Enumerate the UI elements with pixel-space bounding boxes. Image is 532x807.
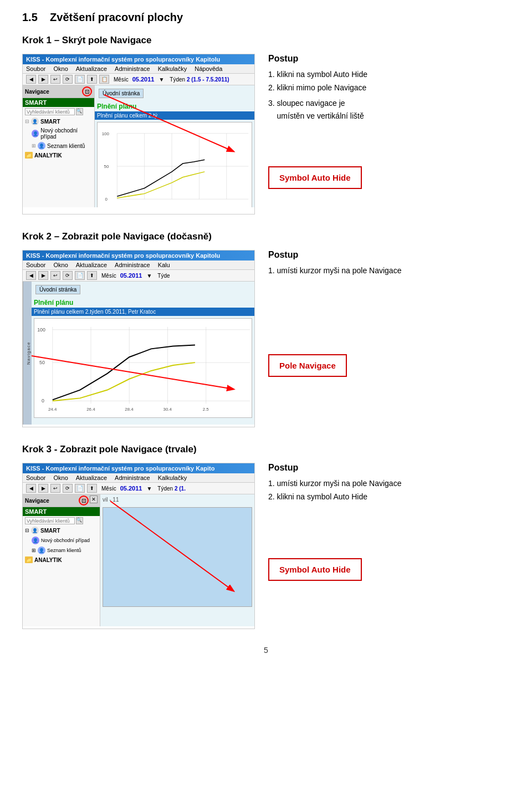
step3-body: Navigace ⊡ ✕ SMART 🔍 ⊟ 👤 xyxy=(23,494,254,626)
menu-napoveda[interactable]: Nápověda xyxy=(195,65,222,72)
svg-text:50: 50 xyxy=(39,360,45,365)
page-number: 5 xyxy=(22,646,510,655)
postup-title-1: Postup xyxy=(268,54,510,64)
s3-week-info: Týden 2 (1. xyxy=(157,486,186,492)
chart-area: 100 50 0 xyxy=(97,122,252,207)
s2-month-label: 05.2011 xyxy=(120,272,142,279)
step1-screenshot: KISS - Komplexní informační systém pro s… xyxy=(22,54,255,214)
s3-menu-administrace[interactable]: Administrace xyxy=(115,474,150,481)
toolbar: ◀ ▶ ↩ ⟳ 📄 ⬆ 📋 Měsíc 05.2011 ▼ Týden 2 (1… xyxy=(23,74,254,85)
nav-vertical-strip[interactable]: Navigace xyxy=(23,282,32,425)
tree-item-seznam: ⊞ 👤 Seznam klientů xyxy=(23,141,94,151)
tree-item-smart: ⊟ 👤 SMART xyxy=(23,116,94,126)
autohide-btns: ⊡ xyxy=(82,86,92,96)
chart-subtitle: Plnění plánu celkem 2.tý xyxy=(95,111,254,120)
menu-aktualizace[interactable]: Aktualizace xyxy=(76,65,107,72)
step2-body: Navigace Úvodní stránka Plnění plánu Pln… xyxy=(23,282,254,425)
s2-menu-soubor[interactable]: Soubor xyxy=(26,262,45,268)
step2-screenshot: KISS - Komplexní informační systém pro s… xyxy=(22,250,255,427)
svg-text:0: 0 xyxy=(42,398,44,404)
menu-soubor[interactable]: Soubor xyxy=(26,65,45,72)
s2-tb6[interactable]: ⬆ xyxy=(87,271,97,280)
s2-tb1[interactable]: ◀ xyxy=(26,271,36,280)
content-area: Úvodní stránka Plnění plánu Plnění plánu… xyxy=(95,85,254,207)
tb-btn3[interactable]: ↩ xyxy=(50,75,60,84)
s2-chart-area: 100 50 0 24.4 26.4 28.4 30.4 xyxy=(34,318,252,418)
s3-menu-aktualizace[interactable]: Aktualizace xyxy=(76,474,107,481)
s2-menu-okno[interactable]: Okno xyxy=(53,262,68,268)
s2-menu-administrace[interactable]: Administrace xyxy=(115,262,150,268)
step3-tree-novy: 👤 Nový obchodní případ xyxy=(23,535,100,545)
step3-label-area: Symbol Auto Hide xyxy=(268,554,510,581)
step2-label-area: Pole Navigace xyxy=(268,350,510,377)
step2-titlebar: KISS - Komplexní informační systém pro s… xyxy=(23,251,254,261)
person-icon-2: 👤 xyxy=(32,130,39,137)
s2-menu-kalu[interactable]: Kalu xyxy=(158,262,170,268)
pin-btn-area: ⊡ xyxy=(82,86,92,96)
s3-tb4[interactable]: ⟳ xyxy=(63,484,73,493)
tb-btn5[interactable]: 📄 xyxy=(75,75,85,84)
chart-title: Plnění plánu xyxy=(95,101,254,111)
s2-tb4[interactable]: ⟳ xyxy=(63,271,73,280)
step3-screenshot: KISS - Komplexní informační systém pro s… xyxy=(22,463,255,629)
step3-toolbar: ◀ ▶ ↩ ⟳ 📄 ⬆ Měsíc 05.2011 ▼ Týden 2 (1. xyxy=(23,483,254,494)
step1-block: KISS - Komplexní informační systém pro s… xyxy=(22,54,510,214)
tb-btn6[interactable]: ⬆ xyxy=(87,75,97,84)
search-input[interactable] xyxy=(25,108,75,115)
step3-search-btn[interactable]: 🔍 xyxy=(76,517,83,524)
s3-menu-kalkulacky[interactable]: Kalkulačky xyxy=(158,474,187,481)
step3-menubar: Soubor Okno Aktualizace Administrace Kal… xyxy=(23,473,254,483)
tb-btn7[interactable]: 📋 xyxy=(99,75,109,84)
s2-chart-svg: 100 50 0 24.4 26.4 28.4 30.4 xyxy=(34,319,252,417)
step3-autohide-btns: ⊡ ✕ xyxy=(79,496,98,505)
tb-btn2[interactable]: ▶ xyxy=(38,75,48,84)
step3-autohide-pin-icon[interactable]: ⊡ xyxy=(79,496,89,505)
tb-btn4[interactable]: ⟳ xyxy=(63,75,73,84)
step3-tree-smart: ⊟ 👤 SMART xyxy=(23,525,100,535)
section-number: 1.5 xyxy=(22,11,50,23)
menu-kalkulacky[interactable]: Kalkulačky xyxy=(158,65,187,72)
s2-week-info: Týde xyxy=(157,273,170,279)
s3-tb1[interactable]: ◀ xyxy=(26,484,36,493)
ss-body: Navigace ⊡ SMART 🔍 ⊟ 👤 SMART xyxy=(23,85,254,207)
s3-menu-okno[interactable]: Okno xyxy=(53,474,68,481)
step3-nav-panel: Navigace ⊡ ✕ SMART 🔍 ⊟ 👤 xyxy=(23,494,100,626)
step3-block: KISS - Komplexní informační systém pro s… xyxy=(22,463,510,629)
section-heading: 1.5 Zvětšení pracovní plochy xyxy=(22,11,510,24)
step2-title: Krok 2 – Zobrazit pole Navigace (dočasně… xyxy=(22,231,510,242)
s3-tb2[interactable]: ▶ xyxy=(38,484,48,493)
step2-step1: 1. umísti kurzor myši na pole Navigace xyxy=(268,264,510,278)
svg-text:0: 0 xyxy=(105,197,108,202)
step3-nav-header: Navigace ⊡ ✕ xyxy=(23,494,100,507)
s3-tb5[interactable]: 📄 xyxy=(75,484,85,493)
step3-step2: 2. klikni na symbol Auto Hide xyxy=(268,491,510,504)
autohide-pin-icon[interactable]: ⊡ xyxy=(82,86,92,96)
step2-toolbar: ◀ ▶ ↩ ⟳ 📄 ⬆ Měsíc 05.2011 ▼ Týde xyxy=(23,270,254,282)
tree-item-analytik: 📁 ANALYTIK xyxy=(23,151,94,160)
step3-tree-analytik: 📁 ANALYTIK xyxy=(23,555,100,564)
s3-tb6[interactable]: ⬆ xyxy=(87,484,97,493)
s2-tb2[interactable]: ▶ xyxy=(38,271,48,280)
s3-menu-soubor[interactable]: Soubor xyxy=(26,474,45,481)
postup-box-3: Postup 1. umísti kurzor myši na pole Nav… xyxy=(268,463,510,504)
s2-tb5[interactable]: 📄 xyxy=(75,271,85,280)
content-tab[interactable]: Úvodní stránka xyxy=(99,89,144,98)
svg-text:100: 100 xyxy=(102,131,110,136)
svg-text:2.5: 2.5 xyxy=(203,407,209,412)
app-titlebar: KISS - Komplexní informační systém pro s… xyxy=(23,54,254,64)
tb-btn1[interactable]: ◀ xyxy=(26,75,36,84)
s2-menu-aktualizace[interactable]: Aktualizace xyxy=(76,262,107,268)
step3-search-input[interactable] xyxy=(25,517,75,524)
s3-tb3[interactable]: ↩ xyxy=(50,484,60,493)
menu-administrace[interactable]: Administrace xyxy=(115,65,150,72)
step3-content: vil - 11 xyxy=(100,494,254,626)
postup-title-3: Postup xyxy=(268,463,510,473)
menu-okno[interactable]: Okno xyxy=(53,65,68,72)
step1-right-panel: Postup 1. klikni na symbol Auto Hide 2. … xyxy=(255,54,510,189)
step3-close-btn[interactable]: ✕ xyxy=(90,496,98,503)
s2-tb3[interactable]: ↩ xyxy=(50,271,60,280)
s2-content-tab[interactable]: Úvodní stránka xyxy=(35,285,80,294)
search-button[interactable]: 🔍 xyxy=(76,108,83,115)
smart-label: SMART xyxy=(23,98,94,107)
step3-pin-area: ⊡ xyxy=(79,496,89,505)
